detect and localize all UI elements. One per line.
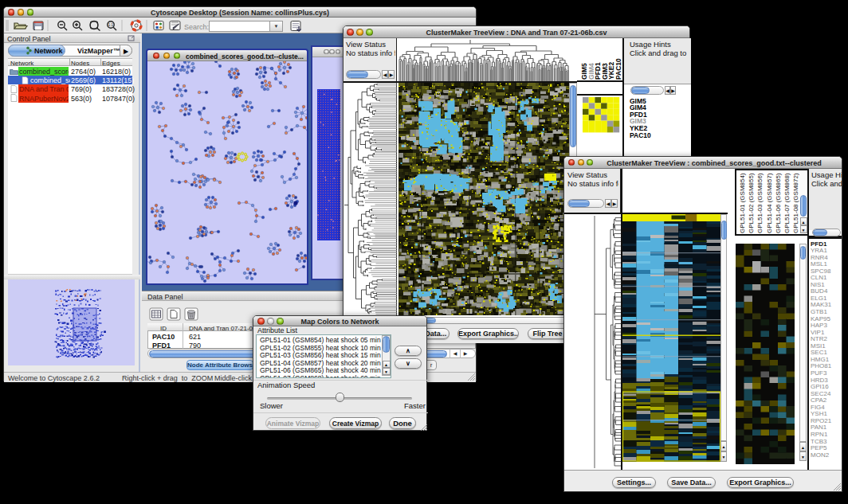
- svg-text:1:1: 1:1: [108, 23, 114, 27]
